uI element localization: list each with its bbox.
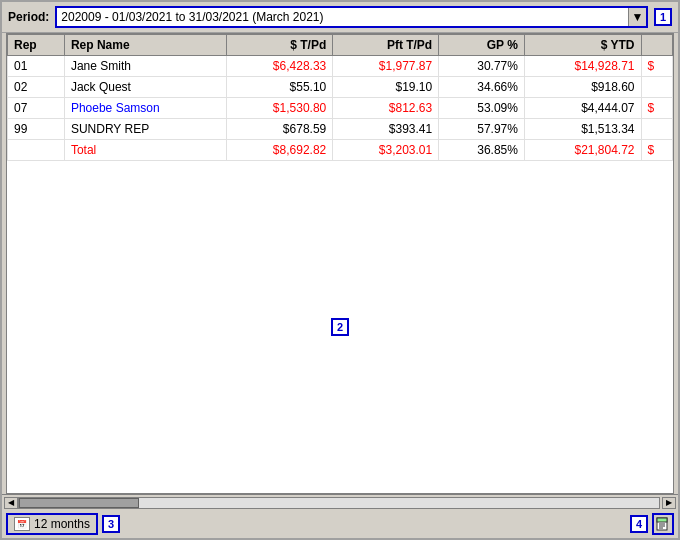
badge-1: 1	[654, 8, 672, 26]
cell-gp: 30.77%	[439, 56, 525, 77]
col-tpd: $ T/Pd	[227, 35, 333, 56]
cell-gp: 57.97%	[439, 119, 525, 140]
total-tpd: $8,692.82	[227, 140, 333, 161]
table-area: Rep Rep Name $ T/Pd Pft T/Pd GP % $ YTD …	[6, 33, 674, 494]
cell-tpd: $678.59	[227, 119, 333, 140]
cell-rep: 01	[8, 56, 65, 77]
badge-2: 2	[331, 318, 349, 336]
bottom-bar: 📅 12 months 3 4	[2, 510, 678, 538]
months-button[interactable]: 📅 12 months	[6, 513, 98, 535]
cell-gp: 53.09%	[439, 98, 525, 119]
period-label: Period:	[8, 10, 49, 24]
col-gp: GP %	[439, 35, 525, 56]
cell-name: Jack Quest	[64, 77, 226, 98]
scrollbar-track[interactable]	[18, 497, 660, 509]
total-extra: $	[641, 140, 672, 161]
cell-extra	[641, 119, 672, 140]
table-row: 99 SUNDRY REP $678.59 $393.41 57.97% $1,…	[8, 119, 673, 140]
cell-name: Jane Smith	[64, 56, 226, 77]
total-gp: 36.85%	[439, 140, 525, 161]
cell-name: Phoebe Samson	[64, 98, 226, 119]
total-ytd: $21,804.72	[524, 140, 641, 161]
scroll-left-btn[interactable]: ◀	[4, 497, 18, 509]
cell-extra	[641, 77, 672, 98]
col-rep: Rep	[8, 35, 65, 56]
badge-3: 3	[102, 515, 120, 533]
col-pft-tpd: Pft T/Pd	[333, 35, 439, 56]
total-row: Total $8,692.82 $3,203.01 36.85% $21,804…	[8, 140, 673, 161]
period-select-wrapper[interactable]: 202009 - 01/03/2021 to 31/03/2021 (March…	[55, 6, 648, 28]
table-header-row: Rep Rep Name $ T/Pd Pft T/Pd GP % $ YTD	[8, 35, 673, 56]
content-badge-area: 2	[7, 161, 673, 493]
table-row: 02 Jack Quest $55.10 $19.10 34.66% $918.…	[8, 77, 673, 98]
scroll-right-btn[interactable]: ▶	[662, 497, 676, 509]
total-rep	[8, 140, 65, 161]
cell-ytd: $14,928.71	[524, 56, 641, 77]
cell-extra: $	[641, 98, 672, 119]
cell-tpd: $1,530.80	[227, 98, 333, 119]
cell-tpd: $55.10	[227, 77, 333, 98]
period-value: 202009 - 01/03/2021 to 31/03/2021 (March…	[57, 8, 628, 26]
cell-pft: $812.63	[333, 98, 439, 119]
cell-pft: $1,977.87	[333, 56, 439, 77]
scrollbar-thumb[interactable]	[19, 498, 139, 508]
export-icon	[656, 517, 670, 531]
calendar-icon: 📅	[14, 517, 30, 531]
cell-pft: $393.41	[333, 119, 439, 140]
col-extra	[641, 35, 672, 56]
cell-name: SUNDRY REP	[64, 119, 226, 140]
cell-ytd: $918.60	[524, 77, 641, 98]
cell-ytd: $4,444.07	[524, 98, 641, 119]
export-button[interactable]	[652, 513, 674, 535]
badge-4: 4	[630, 515, 648, 533]
period-dropdown-btn[interactable]: ▼	[628, 8, 646, 26]
period-bar: Period: 202009 - 01/03/2021 to 31/03/202…	[2, 2, 678, 33]
cell-rep: 02	[8, 77, 65, 98]
cell-rep: 99	[8, 119, 65, 140]
cell-gp: 34.66%	[439, 77, 525, 98]
cell-ytd: $1,513.34	[524, 119, 641, 140]
months-label: 12 months	[34, 517, 90, 531]
scrollbar-area: ◀ ▶	[2, 494, 678, 510]
main-window: Period: 202009 - 01/03/2021 to 31/03/202…	[0, 0, 680, 540]
cell-pft: $19.10	[333, 77, 439, 98]
cell-rep: 07	[8, 98, 65, 119]
total-label: Total	[64, 140, 226, 161]
table-row: 07 Phoebe Samson $1,530.80 $812.63 53.09…	[8, 98, 673, 119]
total-pft: $3,203.01	[333, 140, 439, 161]
cell-extra: $	[641, 56, 672, 77]
cell-tpd: $6,428.33	[227, 56, 333, 77]
table-row: 01 Jane Smith $6,428.33 $1,977.87 30.77%…	[8, 56, 673, 77]
col-rep-name: Rep Name	[64, 35, 226, 56]
svg-rect-1	[657, 518, 667, 522]
data-table: Rep Rep Name $ T/Pd Pft T/Pd GP % $ YTD …	[7, 34, 673, 161]
col-ytd: $ YTD	[524, 35, 641, 56]
